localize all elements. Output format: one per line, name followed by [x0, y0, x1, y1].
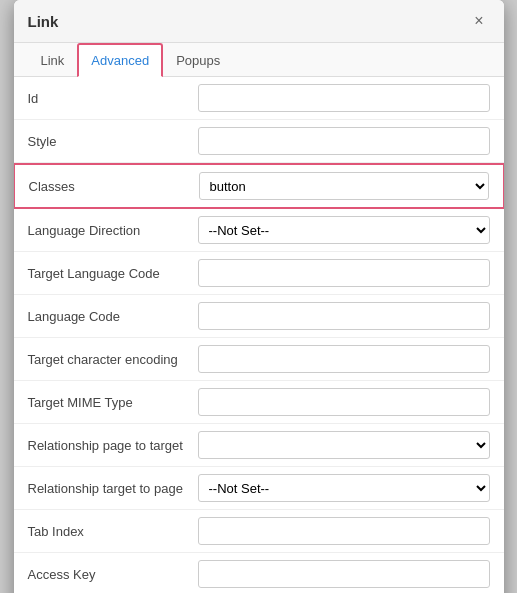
id-input[interactable]	[198, 84, 490, 112]
target-mime-type-label: Target MIME Type	[28, 395, 198, 410]
rel-target-to-page-select[interactable]: --Not Set--	[198, 474, 490, 502]
tab-advanced[interactable]: Advanced	[77, 43, 163, 77]
rel-target-to-page-label: Relationship target to page	[28, 481, 198, 496]
style-input[interactable]	[198, 127, 490, 155]
rel-page-to-target-select[interactable]	[198, 431, 490, 459]
id-label: Id	[28, 91, 198, 106]
language-direction-select[interactable]: --Not Set--	[198, 216, 490, 244]
rel-page-to-target-label: Relationship page to target	[28, 438, 198, 453]
tab-link[interactable]: Link	[28, 43, 78, 77]
classes-row: Classes button	[14, 163, 504, 209]
language-code-label: Language Code	[28, 309, 198, 324]
dialog-header: Link ×	[14, 0, 504, 43]
tab-index-row: Tab Index	[14, 510, 504, 553]
classes-label: Classes	[29, 179, 199, 194]
style-row: Style	[14, 120, 504, 163]
tab-index-label: Tab Index	[28, 524, 198, 539]
dialog-title: Link	[28, 13, 59, 30]
form-body: Id Style Classes button Language Directi…	[14, 77, 504, 593]
tab-bar: Link Advanced Popups	[14, 43, 504, 77]
access-key-row: Access Key	[14, 553, 504, 593]
access-key-label: Access Key	[28, 567, 198, 582]
id-row: Id	[14, 77, 504, 120]
rel-page-to-target-row: Relationship page to target	[14, 424, 504, 467]
tab-index-input[interactable]	[198, 517, 490, 545]
target-char-encoding-input[interactable]	[198, 345, 490, 373]
rel-target-to-page-row: Relationship target to page --Not Set--	[14, 467, 504, 510]
link-dialog: Link × Link Advanced Popups Id Style Cla…	[14, 0, 504, 593]
access-key-input[interactable]	[198, 560, 490, 588]
language-direction-row: Language Direction --Not Set--	[14, 209, 504, 252]
target-language-code-label: Target Language Code	[28, 266, 198, 281]
language-code-input[interactable]	[198, 302, 490, 330]
language-code-row: Language Code	[14, 295, 504, 338]
language-direction-label: Language Direction	[28, 223, 198, 238]
target-mime-type-row: Target MIME Type	[14, 381, 504, 424]
target-language-code-input[interactable]	[198, 259, 490, 287]
tab-popups[interactable]: Popups	[163, 43, 233, 77]
target-char-encoding-row: Target character encoding	[14, 338, 504, 381]
target-mime-type-input[interactable]	[198, 388, 490, 416]
target-language-code-row: Target Language Code	[14, 252, 504, 295]
classes-select[interactable]: button	[199, 172, 489, 200]
target-char-encoding-label: Target character encoding	[28, 352, 198, 367]
style-label: Style	[28, 134, 198, 149]
close-button[interactable]: ×	[468, 10, 489, 32]
